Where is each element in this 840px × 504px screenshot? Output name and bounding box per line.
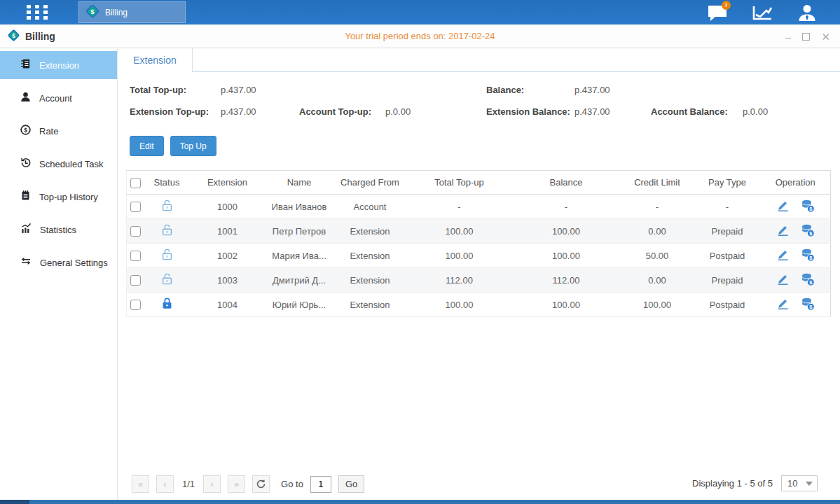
prev-page-button[interactable]: ‹ [156, 475, 174, 493]
topup-row-icon[interactable]: $ [801, 297, 815, 313]
col-charged-from: Charged From [333, 171, 407, 195]
window-bottom-edge [0, 500, 840, 504]
cell-credit-limit: 0.00 [621, 268, 694, 293]
topbar: $ Billing ! [0, 0, 840, 24]
cell-credit-limit: - [621, 195, 694, 219]
app-tab-billing[interactable]: $ Billing [78, 1, 186, 23]
status-locked-icon [160, 302, 174, 312]
row-checkbox[interactable] [130, 226, 141, 237]
sliders-icon [20, 255, 32, 270]
status-unlocked-icon [160, 228, 174, 239]
unlocked-icon [160, 272, 174, 286]
edit-row-icon[interactable] [776, 297, 790, 312]
account-topup-value: p.0.00 [385, 106, 411, 117]
person-icon [20, 91, 32, 106]
cell-balance: 100.00 [512, 219, 621, 244]
svg-text:$: $ [24, 126, 27, 133]
apps-grid-icon[interactable] [27, 5, 48, 20]
cell-extension: 1002 [190, 244, 266, 268]
last-page-button[interactable]: » [228, 475, 245, 493]
extension-table: Status Extension Name Charged From Total… [126, 170, 830, 317]
topup-row-icon[interactable]: $ [801, 248, 815, 264]
goto-label: Go to [281, 479, 303, 489]
cell-charged-from: Account [333, 195, 407, 219]
edit-row-icon[interactable] [776, 248, 790, 263]
select-all-checkbox[interactable] [130, 178, 141, 188]
col-balance: Balance [512, 171, 621, 195]
col-total-topup: Total Top-up [407, 171, 512, 195]
sidebar-item-label: Statistics [40, 225, 76, 235]
row-checkbox[interactable] [130, 275, 141, 286]
reports-icon[interactable] [750, 4, 774, 22]
balance-value: p.437.00 [574, 85, 610, 95]
col-extension: Extension [190, 171, 266, 195]
extension-topup-value: p.437.00 [221, 106, 256, 117]
sidebar-item-extension[interactable]: Extension [0, 51, 117, 79]
sidebar-item-label: General Settings [40, 258, 108, 268]
cell-credit-limit: 0.00 [621, 219, 694, 244]
refresh-button[interactable] [252, 475, 270, 493]
cell-total-topup: 100.00 [407, 244, 512, 268]
account-balance-value: p.0.00 [743, 106, 768, 117]
app-tab-label: Billing [105, 8, 128, 18]
pagination-bar: « ‹ 1/1 › » Go to Go Displaying 1 - 5 of… [118, 470, 840, 500]
notepad-icon [20, 189, 32, 204]
titlebar: Your trial period ends on: 2017-02-24 $ … [0, 24, 840, 48]
col-name: Name [266, 171, 333, 195]
topup-button[interactable]: Top Up [170, 136, 216, 156]
cell-total-topup: 112.00 [407, 268, 512, 293]
go-button[interactable]: Go [338, 475, 364, 493]
extension-balance-value: p.437.00 [574, 106, 610, 117]
status-unlocked-icon [160, 253, 174, 263]
edit-row-icon[interactable] [776, 272, 790, 288]
row-checkbox[interactable] [130, 202, 141, 212]
cell-name: Иван Иванов [266, 195, 333, 219]
sidebar-item-top-up-history[interactable]: Top-up History [0, 183, 117, 211]
status-unlocked-icon [160, 277, 174, 288]
cell-name: Юрий Юрь... [266, 293, 333, 317]
extension-balance-label: Extension Balance: [486, 106, 570, 117]
sidebar-item-statistics[interactable]: Statistics [0, 216, 117, 244]
billing-window-icon: $ [7, 29, 20, 45]
table-header-row: Status Extension Name Charged From Total… [127, 171, 831, 195]
sidebar-item-label: Account [39, 93, 72, 104]
topup-row-icon[interactable]: $ [801, 272, 815, 288]
table-row: 1004Юрий Юрь...Extension100.00100.00100.… [127, 293, 831, 317]
history-clock-icon [20, 157, 32, 172]
goto-page-input[interactable] [310, 476, 331, 493]
sidebar-item-account[interactable]: Account [0, 84, 117, 112]
trial-notice: Your trial period ends on: 2017-02-24 [0, 24, 840, 48]
cell-charged-from: Extension [333, 219, 407, 244]
sidebar-item-rate[interactable]: $Rate [0, 117, 117, 145]
cell-total-topup: 100.00 [407, 293, 512, 317]
user-icon[interactable] [795, 4, 819, 22]
row-checkbox[interactable] [130, 300, 141, 310]
ledger-icon [20, 57, 32, 73]
notification-badge: ! [722, 1, 731, 10]
row-checkbox[interactable] [130, 251, 141, 261]
unlocked-icon [160, 248, 174, 261]
tab-extension[interactable]: Extension [118, 48, 193, 72]
minimize-button[interactable]: – [785, 31, 791, 42]
edit-row-icon[interactable] [776, 199, 790, 214]
unlocked-icon [160, 199, 174, 212]
next-page-button[interactable]: › [203, 475, 221, 493]
col-pay-type: Pay Type [694, 171, 761, 195]
cell-pay-type: Postpaid [694, 244, 761, 268]
page-size-select[interactable]: 10 [781, 475, 818, 491]
sidebar-item-scheduled-task[interactable]: Scheduled Task [0, 150, 117, 178]
cell-extension: 1003 [190, 268, 266, 293]
topup-row-icon[interactable]: $ [801, 223, 815, 239]
first-page-button[interactable]: « [132, 475, 149, 493]
sidebar-item-general-settings[interactable]: General Settings [0, 248, 117, 276]
topup-row-icon[interactable]: $ [801, 199, 815, 215]
edit-button[interactable]: Edit [130, 136, 164, 156]
sidebar-item-label: Rate [39, 126, 58, 136]
sidebar-item-label: Scheduled Task [39, 159, 104, 169]
close-button[interactable]: ✕ [821, 31, 830, 42]
edit-row-icon[interactable] [776, 223, 790, 239]
maximize-button[interactable] [802, 33, 810, 41]
messages-icon[interactable]: ! [705, 4, 729, 22]
cell-charged-from: Extension [333, 293, 407, 317]
displaying-text: Displaying 1 - 5 of 5 [692, 478, 773, 489]
